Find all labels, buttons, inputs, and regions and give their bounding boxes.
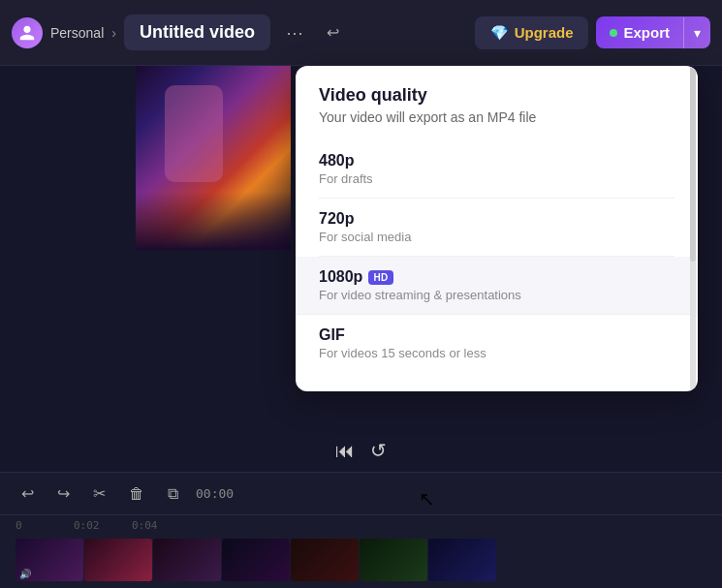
- video-preview: [136, 66, 291, 250]
- skip-back-button[interactable]: ⏮: [335, 440, 355, 462]
- header: Personal › Untitled video ⋯ ↩ 💎 Upgrade …: [0, 0, 722, 66]
- time-display: 00:00: [196, 486, 234, 501]
- thumbnail-7: [428, 539, 496, 581]
- breadcrumb-chevron: ›: [111, 25, 116, 41]
- ruler-mark-0: 0: [16, 519, 74, 532]
- quality-subtitle: Your video will export as an MP4 file: [319, 109, 675, 125]
- more-options-button[interactable]: ⋯: [278, 18, 311, 47]
- cut-button[interactable]: ✂: [87, 480, 111, 507]
- quality-option-gif[interactable]: GIF For videos 15 seconds or less: [319, 315, 675, 372]
- quality-desc-1080p: For video streaming & presentations: [319, 288, 675, 302]
- quality-option-480p[interactable]: 480p For drafts: [319, 140, 675, 199]
- export-button[interactable]: Export: [596, 16, 683, 48]
- personal-label: Personal: [50, 25, 104, 41]
- export-label: Export: [623, 24, 670, 41]
- timeline-track[interactable]: 0 0:02 0:04: [0, 515, 722, 588]
- quality-label-gif: GIF: [319, 326, 345, 344]
- ruler-mark-2: 0:04: [132, 519, 190, 532]
- quality-option-720p[interactable]: 720p For social media: [319, 199, 675, 257]
- thumbnail-6: [360, 539, 427, 581]
- quality-label-720p: 720p: [319, 210, 354, 228]
- quality-title: Video quality: [319, 85, 675, 106]
- diamond-icon: 💎: [490, 24, 509, 42]
- header-undo-button[interactable]: ↩: [319, 19, 347, 46]
- upgrade-label: Upgrade: [515, 24, 574, 41]
- undo-button[interactable]: ↩: [16, 480, 40, 507]
- thumbnail-1: [16, 539, 83, 581]
- quality-option-1080p-header: 1080p HD: [319, 268, 675, 286]
- quality-label-480p: 480p: [319, 152, 354, 170]
- export-dropdown-button[interactable]: ▾: [683, 17, 710, 48]
- quality-label-1080p: 1080p: [319, 268, 362, 286]
- redo-button[interactable]: ↪: [51, 480, 76, 507]
- rewind-button[interactable]: ↺: [370, 439, 387, 462]
- thumbnail-5: [291, 539, 359, 581]
- quality-desc-gif: For videos 15 seconds or less: [319, 346, 675, 360]
- timeline-toolbar: ↩ ↪ ✂ 🗑 ⧉ 00:00: [0, 473, 722, 515]
- quality-dropdown: Video quality Your video will export as …: [296, 66, 698, 391]
- avatar: [12, 17, 43, 48]
- personal-button[interactable]: Personal: [12, 17, 104, 48]
- thumbnail-strip: [0, 535, 722, 585]
- quality-dropdown-inner: Video quality Your video will export as …: [296, 66, 698, 391]
- dropdown-scrollbar-thumb: [690, 66, 696, 262]
- thumbnail-2: [84, 539, 152, 581]
- thumbnail-3: [153, 539, 221, 581]
- export-button-group: Export ▾: [596, 16, 710, 48]
- quality-desc-720p: For social media: [319, 230, 675, 244]
- quality-option-gif-header: GIF: [319, 326, 675, 344]
- copy-button[interactable]: ⧉: [162, 481, 184, 507]
- export-status-dot: [610, 29, 617, 37]
- timeline-ruler: 0 0:02 0:04: [0, 515, 722, 535]
- quality-option-720p-header: 720p: [319, 210, 675, 228]
- quality-desc-480p: For drafts: [319, 171, 675, 186]
- ruler-mark-1: 0:02: [74, 519, 132, 532]
- quality-option-1080p[interactable]: 1080p HD For video streaming & presentat…: [296, 257, 698, 315]
- delete-button[interactable]: 🗑: [123, 481, 150, 507]
- hd-badge: HD: [368, 270, 392, 285]
- dropdown-scrollbar[interactable]: [690, 66, 696, 391]
- upgrade-button[interactable]: 💎 Upgrade: [475, 16, 589, 49]
- timeline-area: ↩ ↪ ✂ 🗑 ⧉ 00:00 0 0:02 0:04: [0, 472, 722, 588]
- video-thumbnail: [136, 66, 291, 250]
- project-title-button[interactable]: Untitled video: [124, 15, 270, 50]
- quality-option-480p-header: 480p: [319, 152, 675, 170]
- playback-controls: ⏮ ↺: [0, 439, 722, 462]
- thumbnail-4: [222, 539, 290, 581]
